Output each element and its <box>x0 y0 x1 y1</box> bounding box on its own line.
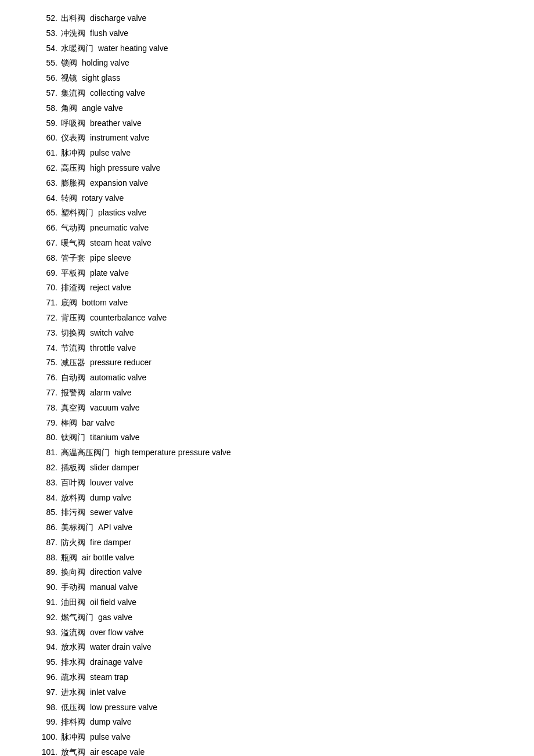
item-number: 82. <box>35 461 61 475</box>
item-english: flush valve <box>90 27 128 41</box>
item-chinese: 平板阀 <box>61 267 85 280</box>
list-item: 87.防火阀fire damper <box>35 536 499 550</box>
item-number: 60. <box>35 131 61 145</box>
list-item: 78.真空阀vacuum valve <box>35 401 499 415</box>
list-item: 73.切换阀switch valve <box>35 326 499 340</box>
item-number: 69. <box>35 267 61 280</box>
list-item: 72.背压阀counterbalance valve <box>35 311 499 325</box>
list-item: 77.报警阀alarm valve <box>35 386 499 400</box>
item-chinese: 高压阀 <box>61 161 85 175</box>
item-english: drainage valve <box>90 656 143 669</box>
item-english: manual valve <box>90 581 138 595</box>
list-item: 53.冲洗阀flush valve <box>35 27 499 41</box>
item-chinese: 排料阀 <box>61 715 85 729</box>
item-english: throttle valve <box>90 341 136 355</box>
item-number: 94. <box>35 640 61 654</box>
list-item: 98.低压阀low pressure valve <box>35 701 499 715</box>
list-item: 74.节流阀throttle valve <box>35 341 499 355</box>
item-chinese: 呼吸阀 <box>61 117 85 131</box>
list-item: 64.转阀rotary valve <box>35 192 499 206</box>
item-english: oil field valve <box>90 596 136 610</box>
list-item: 81.高温高压阀门high temperature pressure valve <box>35 446 499 460</box>
item-english: dump valve <box>90 491 132 505</box>
item-chinese: 放料阀 <box>61 491 85 505</box>
item-number: 75. <box>35 356 61 370</box>
item-english: holding valve <box>82 56 129 70</box>
item-number: 77. <box>35 386 61 400</box>
item-chinese: 燃气阀门 <box>61 611 93 625</box>
list-item: 65.塑料阀门plastics valve <box>35 206 499 220</box>
item-chinese: 冲洗阀 <box>61 27 85 41</box>
item-chinese: 视镜 <box>61 71 77 85</box>
item-english: steam trap <box>90 671 128 685</box>
list-item: 67.暖气阀steam heat valve <box>35 236 499 250</box>
item-chinese: 脉冲阀 <box>61 146 85 160</box>
list-item: 79.棒阀bar valve <box>35 416 499 430</box>
item-number: 71. <box>35 296 61 310</box>
item-chinese: 锁阀 <box>61 56 77 70</box>
item-english: direction valve <box>90 566 142 579</box>
list-item: 86.美标阀门API valve <box>35 521 499 535</box>
list-item: 71.底阀bottom valve <box>35 296 499 310</box>
item-chinese: 气动阀 <box>61 221 85 235</box>
item-english: louver valve <box>90 476 134 490</box>
list-item: 54.水暖阀门water heating valve <box>35 42 499 56</box>
item-english: rotary valve <box>82 192 124 206</box>
item-number: 61. <box>35 146 61 160</box>
item-number: 98. <box>35 701 61 715</box>
item-number: 66. <box>35 221 61 235</box>
item-number: 72. <box>35 311 61 325</box>
item-number: 53. <box>35 27 61 41</box>
item-chinese: 百叶阀 <box>61 476 85 490</box>
item-number: 54. <box>35 42 61 56</box>
item-chinese: 真空阀 <box>61 401 85 415</box>
item-number: 93. <box>35 626 61 640</box>
item-english: low pressure valve <box>90 701 157 715</box>
item-english: gas valve <box>98 611 132 625</box>
item-number: 96. <box>35 671 61 685</box>
item-chinese: 塑料阀门 <box>61 206 93 220</box>
item-chinese: 集流阀 <box>61 87 85 100</box>
item-chinese: 防火阀 <box>61 536 85 550</box>
item-number: 95. <box>35 656 61 669</box>
item-english: alarm valve <box>90 386 132 400</box>
item-chinese: 钛阀门 <box>61 431 85 445</box>
item-english: switch valve <box>90 326 134 340</box>
item-english: air escape vale <box>90 746 145 756</box>
item-english: collecting valve <box>90 87 145 100</box>
item-chinese: 角阀 <box>61 102 77 116</box>
list-item: 80.钛阀门titanium valve <box>35 431 499 445</box>
item-english: bottom valve <box>82 296 128 310</box>
item-number: 90. <box>35 581 61 595</box>
item-number: 80. <box>35 431 61 445</box>
item-number: 52. <box>35 12 61 26</box>
item-number: 58. <box>35 102 61 116</box>
item-english: angle valve <box>82 102 123 116</box>
item-chinese: 溢流阀 <box>61 626 85 640</box>
item-number: 79. <box>35 416 61 430</box>
item-number: 64. <box>35 192 61 206</box>
item-chinese: 排污阀 <box>61 506 85 520</box>
item-number: 83. <box>35 476 61 490</box>
item-number: 59. <box>35 117 61 131</box>
item-number: 65. <box>35 206 61 220</box>
item-chinese: 换向阀 <box>61 566 85 579</box>
item-chinese: 切换阀 <box>61 326 85 340</box>
item-chinese: 瓶阀 <box>61 551 77 565</box>
item-chinese: 油田阀 <box>61 596 85 610</box>
list-item: 63.膨胀阀expansion valve <box>35 177 499 190</box>
item-english: automatic valve <box>90 371 146 385</box>
list-item: 92.燃气阀门gas valve <box>35 611 499 625</box>
list-item: 89.换向阀direction valve <box>35 566 499 579</box>
item-english: vacuum valve <box>90 401 140 415</box>
item-number: 100. <box>35 730 61 744</box>
item-number: 67. <box>35 236 61 250</box>
item-english: sight glass <box>82 71 120 85</box>
item-chinese: 手动阀 <box>61 581 85 595</box>
item-english: breather valve <box>90 117 142 131</box>
item-english: dump valve <box>90 715 132 729</box>
item-english: pulse valve <box>90 730 131 744</box>
item-number: 63. <box>35 177 61 190</box>
list-item: 61.脉冲阀pulse valve <box>35 146 499 160</box>
item-chinese: 插板阀 <box>61 461 85 475</box>
